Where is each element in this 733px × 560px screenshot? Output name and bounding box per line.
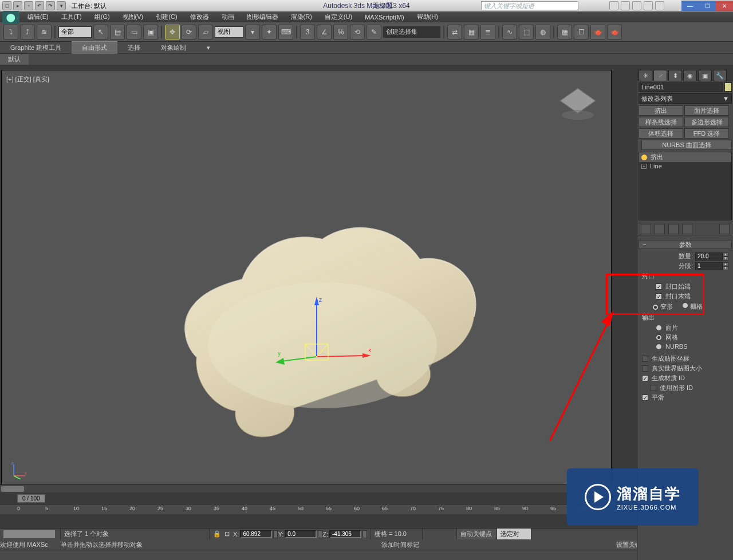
curve-editor-icon[interactable]: ∿ bbox=[502, 25, 517, 40]
rollout-header-params[interactable]: −参数 bbox=[639, 240, 732, 249]
hierarchy-tab-icon[interactable]: ⬍ bbox=[668, 70, 682, 81]
grid-radio[interactable] bbox=[682, 302, 688, 309]
menu-tools[interactable]: 工具(T) bbox=[56, 11, 88, 22]
display-tab-icon[interactable]: ▣ bbox=[698, 70, 712, 81]
pin-stack-icon[interactable] bbox=[641, 224, 651, 234]
motion-tab-icon[interactable]: ◉ bbox=[683, 70, 697, 81]
menu-animation[interactable]: 动画 bbox=[216, 11, 240, 22]
gen-mat-checkbox[interactable]: ✓ bbox=[642, 375, 648, 381]
use-shape-checkbox[interactable] bbox=[650, 385, 656, 391]
move-icon[interactable]: ✥ bbox=[165, 25, 180, 40]
isolate-icon[interactable]: ⊡ bbox=[224, 530, 230, 538]
patch-radio[interactable] bbox=[656, 325, 662, 331]
bind-icon[interactable]: ≋ bbox=[37, 25, 52, 40]
app-menu-icon[interactable]: ⬤ bbox=[2, 11, 19, 23]
render-setup-icon[interactable]: ▦ bbox=[557, 25, 572, 40]
angle-snap-icon[interactable]: ∠ bbox=[317, 25, 332, 40]
link-icon[interactable]: ▾ bbox=[57, 1, 66, 10]
mod-btn-nurbs[interactable]: NURBS 曲面选择 bbox=[641, 140, 732, 150]
lock-icon[interactable]: 🔒 bbox=[213, 530, 221, 538]
ribbon-subtab-default[interactable]: 默认 bbox=[0, 54, 29, 65]
car-model[interactable] bbox=[162, 196, 483, 454]
object-name-input[interactable] bbox=[639, 82, 723, 92]
modify-tab-icon[interactable]: ⟋ bbox=[653, 70, 667, 81]
menu-maxscript[interactable]: MAXScript(M) bbox=[359, 13, 409, 22]
pivot-icon[interactable]: ▾ bbox=[245, 25, 260, 40]
utilities-tab-icon[interactable]: 🔧 bbox=[713, 70, 727, 81]
viewport-label[interactable]: [+] [正交] [真实] bbox=[6, 75, 49, 84]
ribbon-tab-freeform[interactable]: 自由形式 bbox=[72, 41, 117, 54]
stack-item-extrude[interactable]: 挤出 bbox=[639, 152, 731, 162]
cap-start-checkbox[interactable]: ✓ bbox=[656, 283, 662, 290]
minimize-button[interactable]: — bbox=[681, 1, 699, 11]
z-coord-input[interactable] bbox=[329, 530, 361, 538]
spinner-up-icon[interactable]: ▲ bbox=[723, 262, 728, 266]
workspace-label[interactable]: 工作台: 默认 bbox=[72, 2, 107, 10]
menu-edit[interactable]: 编辑(E) bbox=[22, 11, 54, 22]
mod-btn-patchsel[interactable]: 面片选择 bbox=[684, 105, 729, 116]
x-coord-input[interactable] bbox=[240, 530, 272, 538]
binoculars-icon[interactable] bbox=[609, 1, 618, 10]
morph-radio[interactable] bbox=[652, 304, 659, 310]
scale-icon[interactable]: ▱ bbox=[198, 25, 213, 40]
viewport-horizontal-scrollbar[interactable] bbox=[0, 484, 612, 492]
menu-customize[interactable]: 自定义(U) bbox=[319, 11, 358, 22]
configure-icon[interactable] bbox=[719, 224, 730, 234]
unique-icon[interactable] bbox=[668, 224, 679, 234]
open-icon[interactable]: ▸ bbox=[13, 1, 22, 10]
new-icon[interactable]: ◻ bbox=[2, 1, 11, 10]
select-name-icon[interactable]: ▤ bbox=[110, 25, 125, 40]
material-icon[interactable]: ◍ bbox=[535, 25, 550, 40]
autokey-button[interactable]: 自动关键点 bbox=[457, 529, 497, 539]
viewcube[interactable] bbox=[562, 88, 594, 120]
add-time-tag[interactable]: 添加时间标记 bbox=[381, 541, 450, 549]
segments-input[interactable] bbox=[695, 262, 723, 270]
mirror-icon[interactable]: ⇄ bbox=[447, 25, 462, 40]
save-icon[interactable]: ▫ bbox=[24, 1, 33, 10]
mod-btn-ffdsel[interactable]: FFD 选择 bbox=[684, 128, 729, 139]
real-uv-checkbox[interactable] bbox=[642, 365, 648, 372]
link-icon[interactable]: ⤵ bbox=[3, 25, 18, 40]
modifier-list-dropdown[interactable]: 修改器列表▼ bbox=[639, 93, 732, 104]
manip-icon[interactable]: ✦ bbox=[262, 25, 277, 40]
y-coord-input[interactable] bbox=[285, 530, 317, 538]
close-button[interactable]: ✕ bbox=[716, 1, 733, 11]
menu-views[interactable]: 视图(V) bbox=[117, 11, 149, 22]
remove-mod-icon[interactable] bbox=[682, 224, 692, 234]
smooth-checkbox[interactable]: ✓ bbox=[642, 395, 648, 401]
object-color-swatch[interactable] bbox=[724, 82, 732, 92]
mod-btn-volsel[interactable]: 体积选择 bbox=[639, 128, 683, 139]
snap-3-icon[interactable]: 3 bbox=[300, 25, 315, 40]
menu-group[interactable]: 组(G) bbox=[89, 11, 116, 22]
mod-btn-polysel[interactable]: 多边形选择 bbox=[684, 117, 729, 127]
cap-end-checkbox[interactable]: ✓ bbox=[656, 293, 662, 299]
spinner-up-icon[interactable]: ▲ bbox=[723, 253, 728, 257]
redo-icon[interactable]: ↷ bbox=[46, 1, 55, 10]
nurbs-radio[interactable] bbox=[656, 344, 662, 350]
show-end-icon[interactable] bbox=[655, 224, 665, 234]
mod-btn-extrude[interactable]: 挤出 bbox=[639, 105, 683, 116]
menu-graph[interactable]: 图形编辑器 bbox=[241, 11, 284, 22]
ribbon-tab-selection[interactable]: 选择 bbox=[117, 42, 151, 54]
render-prod-icon[interactable]: 🫖 bbox=[607, 25, 622, 40]
time-ruler[interactable]: 0510152025303540455055606570758085909510… bbox=[0, 504, 613, 514]
render-frame-icon[interactable]: ☐ bbox=[574, 25, 589, 40]
select-rect-icon[interactable]: ▭ bbox=[127, 25, 141, 40]
bulb-icon[interactable] bbox=[641, 155, 647, 160]
ribbon-tab-paint[interactable]: 对象绘制 bbox=[151, 42, 196, 54]
help-icon[interactable] bbox=[655, 1, 664, 10]
mesh-radio[interactable] bbox=[656, 334, 662, 341]
favorite-icon[interactable] bbox=[644, 1, 653, 10]
amount-input[interactable] bbox=[695, 253, 723, 261]
undo-icon[interactable]: ↶ bbox=[35, 1, 44, 10]
help-search-input[interactable]: 键入关键字或短语 bbox=[481, 1, 578, 10]
scrollbar-thumb[interactable] bbox=[1, 486, 24, 492]
create-tab-icon[interactable]: ✳ bbox=[639, 70, 652, 81]
ref-coord-dropdown[interactable]: 视图 bbox=[215, 26, 243, 38]
layer-icon[interactable]: ≣ bbox=[480, 25, 495, 40]
mod-btn-splinesel[interactable]: 样条线选择 bbox=[639, 117, 683, 127]
plus-icon[interactable]: + bbox=[641, 164, 647, 169]
spinner-snap-icon[interactable]: ⟲ bbox=[350, 25, 365, 40]
ribbon-expand-icon[interactable]: ▾ bbox=[196, 42, 220, 53]
selected-set-dd[interactable]: 选定对 bbox=[497, 529, 531, 539]
